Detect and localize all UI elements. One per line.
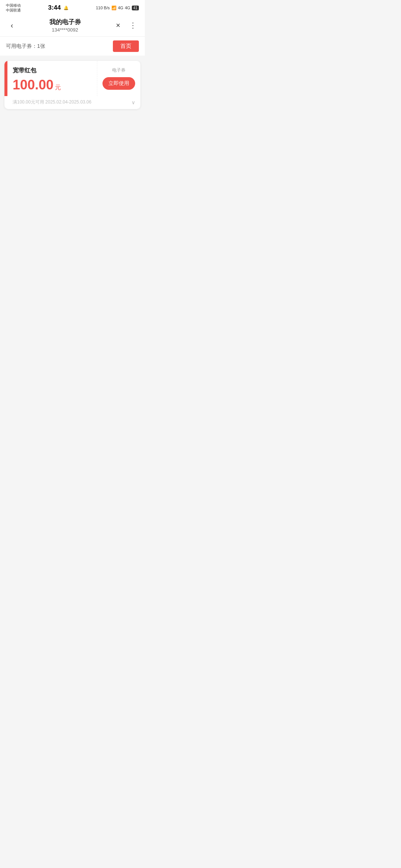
nav-bar: ‹ 我的电子券 134****0092 × ⋮ bbox=[0, 14, 145, 37]
wifi-icon: 📶 bbox=[111, 6, 117, 10]
more-button[interactable]: ⋮ bbox=[127, 19, 139, 31]
coupon-condition: 满100.00元可用 bbox=[13, 99, 44, 105]
close-button[interactable]: × bbox=[112, 19, 124, 31]
network-speed: 110 B/s bbox=[96, 6, 110, 10]
back-button[interactable]: ‹ bbox=[6, 19, 18, 31]
coupon-name: 宽带红包 bbox=[13, 67, 92, 75]
coupon-condition-date: 满100.00元可用 2025.02.04-2025.03.06 bbox=[13, 99, 91, 105]
carrier1: 中国移动 bbox=[6, 3, 21, 8]
coupon-accent-bar bbox=[4, 61, 7, 96]
status-right: 110 B/s 📶 4G 4G 41 bbox=[96, 6, 139, 10]
alarm-icon: 🔔 bbox=[63, 6, 69, 10]
battery-indicator: 41 bbox=[132, 6, 139, 10]
carrier2: 中国联通 bbox=[6, 8, 21, 13]
coupon-card: 宽带红包 100.00 元 电子券 立即使用 满100.00元可用 2025.0… bbox=[4, 61, 140, 109]
page-title: 我的电子券 bbox=[49, 18, 81, 26]
coupon-date-range: 2025.02.04-2025.03.06 bbox=[45, 99, 91, 105]
coupon-main: 宽带红包 100.00 元 bbox=[7, 61, 97, 96]
coupon-type-label: 电子券 bbox=[112, 67, 125, 73]
coupon-footer: 满100.00元可用 2025.02.04-2025.03.06 ∨ bbox=[4, 96, 140, 109]
coupon-list: 宽带红包 100.00 元 电子券 立即使用 满100.00元可用 2025.0… bbox=[0, 56, 145, 114]
status-bar: 中国移动 中国联通 3:44 🔔 110 B/s 📶 4G 4G 41 bbox=[0, 0, 145, 14]
sub-header: 可用电子券：1张 首页 bbox=[0, 37, 145, 56]
coupon-right: 电子券 立即使用 bbox=[97, 61, 140, 96]
coupon-body: 宽带红包 100.00 元 电子券 立即使用 bbox=[4, 61, 140, 96]
main-content: 宽带红包 100.00 元 电子券 立即使用 满100.00元可用 2025.0… bbox=[0, 56, 145, 279]
nav-center: 我的电子券 134****0092 bbox=[49, 18, 81, 33]
home-button[interactable]: 首页 bbox=[113, 40, 139, 52]
account-number: 134****0092 bbox=[49, 27, 81, 33]
nav-right-group: × ⋮ bbox=[112, 19, 139, 31]
use-coupon-button[interactable]: 立即使用 bbox=[102, 77, 135, 90]
expand-icon[interactable]: ∨ bbox=[131, 99, 135, 105]
coupon-unit: 元 bbox=[55, 84, 61, 92]
coupon-amount-row: 100.00 元 bbox=[13, 78, 92, 92]
coupon-count-label: 可用电子券：1张 bbox=[6, 43, 45, 50]
signal1-icon: 4G bbox=[118, 6, 124, 10]
coupon-amount: 100.00 bbox=[13, 78, 53, 92]
signal2-icon: 4G bbox=[125, 6, 130, 10]
status-time: 3:44 bbox=[48, 4, 61, 11]
carrier-info: 中国移动 中国联通 bbox=[6, 3, 21, 13]
status-center: 3:44 🔔 bbox=[48, 4, 69, 11]
